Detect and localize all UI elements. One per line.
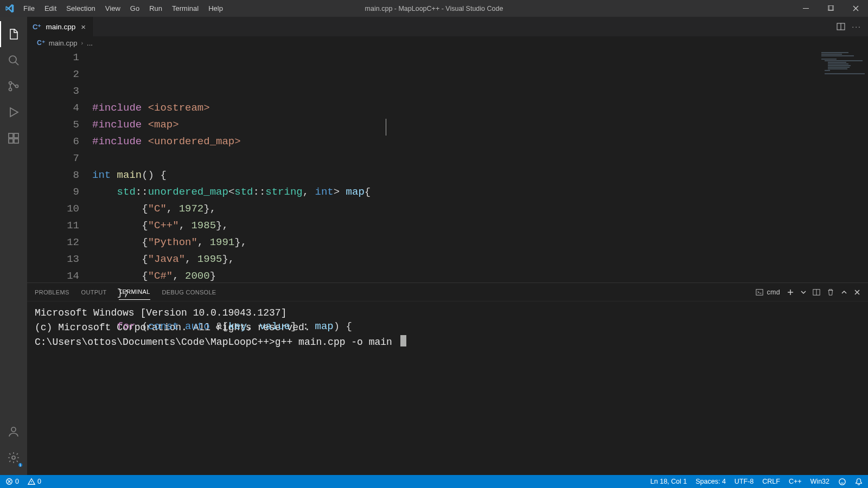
svg-rect-9 bbox=[9, 139, 13, 143]
extensions-icon[interactable] bbox=[0, 125, 27, 151]
split-editor-icon[interactable] bbox=[837, 22, 845, 31]
breadcrumb-rest: ... bbox=[87, 39, 93, 47]
menu-terminal[interactable]: Terminal bbox=[167, 1, 203, 16]
tab-close-icon[interactable]: × bbox=[80, 22, 87, 31]
svg-rect-10 bbox=[14, 139, 18, 143]
notifications-icon[interactable] bbox=[855, 478, 863, 485]
svg-point-5 bbox=[9, 82, 12, 85]
text-cursor bbox=[386, 119, 386, 136]
svg-rect-11 bbox=[14, 133, 18, 138]
run-debug-icon[interactable] bbox=[0, 99, 27, 125]
minimap[interactable] bbox=[819, 49, 868, 282]
menu-selection[interactable]: Selection bbox=[61, 1, 100, 16]
close-button[interactable] bbox=[843, 0, 868, 17]
status-warnings[interactable]: 0 bbox=[28, 478, 41, 485]
terminal-cursor bbox=[400, 335, 406, 346]
breadcrumb[interactable]: C⁺ main.cpp › ... bbox=[27, 36, 868, 49]
svg-point-12 bbox=[11, 427, 16, 432]
window-title: main.cpp - MapLoopC++ - Visual Studio Co… bbox=[365, 5, 503, 12]
svg-line-4 bbox=[16, 62, 19, 66]
cpp-file-icon: C⁺ bbox=[37, 39, 45, 47]
settings-gear-icon[interactable]: 1 bbox=[0, 445, 27, 471]
maximize-button[interactable] bbox=[818, 0, 843, 17]
menu-help[interactable]: Help bbox=[203, 1, 228, 16]
cpp-file-icon: C⁺ bbox=[33, 23, 41, 31]
svg-rect-8 bbox=[9, 133, 13, 138]
breadcrumb-file: main.cpp bbox=[49, 39, 78, 47]
status-ln-col[interactable]: Ln 18, Col 1 bbox=[650, 478, 687, 485]
more-actions-icon[interactable]: ··· bbox=[852, 22, 861, 31]
editor-tabs: C⁺ main.cpp × ··· bbox=[27, 17, 868, 36]
svg-point-3 bbox=[9, 56, 16, 63]
search-icon[interactable] bbox=[0, 47, 27, 73]
menu-run[interactable]: Run bbox=[144, 1, 167, 16]
menu-go[interactable]: Go bbox=[125, 1, 144, 16]
status-errors[interactable]: 0 bbox=[5, 478, 19, 485]
svg-rect-2 bbox=[829, 5, 834, 10]
svg-rect-1 bbox=[828, 5, 833, 10]
vscode-icon bbox=[0, 4, 18, 13]
window-controls bbox=[793, 0, 868, 17]
source-control-icon[interactable] bbox=[0, 73, 27, 99]
menu-file[interactable]: File bbox=[18, 1, 40, 16]
status-encoding[interactable]: UTF-8 bbox=[735, 478, 754, 485]
explorer-icon[interactable] bbox=[0, 21, 27, 47]
status-eol[interactable]: CRLF bbox=[762, 478, 780, 485]
feedback-icon[interactable] bbox=[838, 478, 846, 486]
panel-tab-problems[interactable]: PROBLEMS bbox=[35, 285, 69, 300]
svg-point-13 bbox=[12, 456, 15, 459]
tab-main-cpp[interactable]: C⁺ main.cpp × bbox=[27, 17, 93, 36]
line-gutter: 1234567891011121314 bbox=[27, 49, 92, 282]
status-lang[interactable]: C++ bbox=[789, 478, 802, 485]
svg-point-20 bbox=[839, 478, 845, 484]
title-bar: File Edit Selection View Go Run Terminal… bbox=[0, 0, 868, 17]
activity-bar: 1 bbox=[0, 17, 27, 475]
code-editor[interactable]: 1234567891011121314 #include <iostream>#… bbox=[27, 49, 868, 282]
tab-label: main.cpp bbox=[46, 23, 75, 31]
svg-point-7 bbox=[16, 85, 18, 88]
svg-point-6 bbox=[9, 88, 12, 91]
svg-rect-0 bbox=[803, 8, 809, 9]
menu-bar: File Edit Selection View Go Run Terminal… bbox=[18, 1, 228, 16]
code-content[interactable]: #include <iostream>#include <map>#includ… bbox=[92, 49, 868, 282]
status-target[interactable]: Win32 bbox=[810, 478, 829, 485]
menu-view[interactable]: View bbox=[100, 1, 125, 16]
accounts-icon[interactable] bbox=[0, 419, 27, 445]
minimize-button[interactable] bbox=[793, 0, 818, 17]
chevron-right-icon: › bbox=[81, 40, 83, 46]
status-spaces[interactable]: Spaces: 4 bbox=[695, 478, 726, 485]
menu-edit[interactable]: Edit bbox=[40, 1, 61, 16]
status-bar: 0 0 Ln 18, Col 1 Spaces: 4 UTF-8 CRLF C+… bbox=[0, 475, 868, 488]
